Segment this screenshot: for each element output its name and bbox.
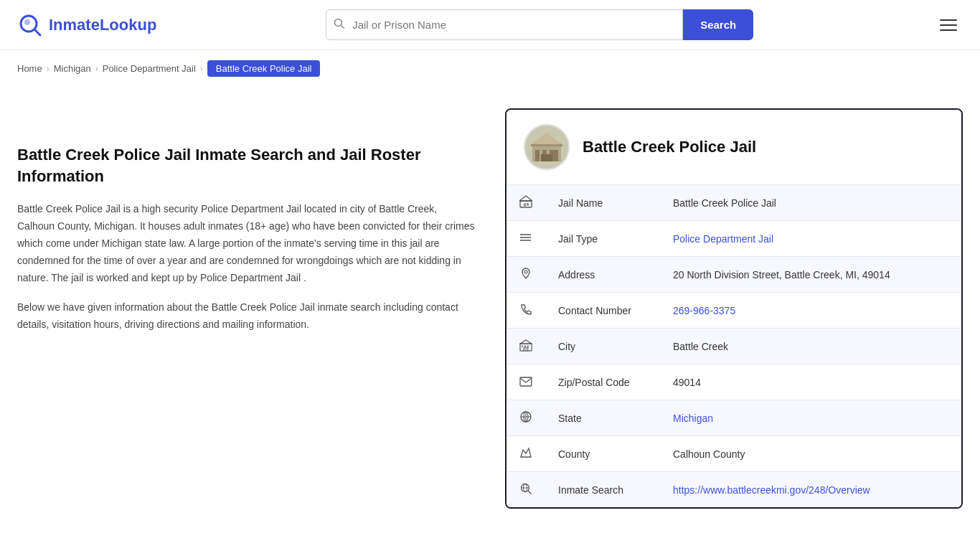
- breadcrumb-current: Battle Creek Police Jail: [207, 60, 321, 77]
- facility-icon: [529, 130, 564, 164]
- search-wrapper: [326, 9, 683, 40]
- svg-point-22: [520, 237, 522, 238]
- row-value[interactable]: 269-966-3375: [660, 293, 961, 329]
- row-icon: [507, 293, 545, 329]
- breadcrumb-police-dept[interactable]: Police Department Jail: [103, 63, 196, 74]
- svg-rect-26: [522, 345, 523, 347]
- svg-rect-17: [527, 203, 529, 206]
- avatar: [524, 124, 570, 170]
- table-cell-link[interactable]: https://www.battlecreekmi.gov/248/Overvi…: [673, 484, 870, 496]
- table-cell-link[interactable]: Michigan: [673, 413, 713, 424]
- table-row: City Battle Creek: [507, 329, 961, 364]
- hamburger-line-3: [940, 29, 957, 31]
- svg-point-2: [24, 19, 30, 25]
- row-icon: [507, 329, 545, 364]
- card-header: Battle Creek Police Jail: [507, 110, 961, 184]
- breadcrumb-home[interactable]: Home: [17, 63, 42, 74]
- svg-rect-11: [541, 154, 552, 161]
- row-value[interactable]: https://www.battlecreekmi.gov/248/Overvi…: [660, 472, 961, 508]
- main-content: Battle Creek Police Jail Inmate Search a…: [0, 87, 980, 537]
- search-icon: [326, 18, 352, 32]
- row-icon: [507, 436, 545, 472]
- row-label: County: [545, 436, 660, 472]
- svg-rect-29: [524, 347, 528, 351]
- search-input[interactable]: [352, 10, 682, 39]
- svg-rect-16: [524, 203, 526, 207]
- row-label: State: [545, 400, 660, 436]
- row-label: Contact Number: [545, 293, 660, 329]
- logo-text: InmateLookup: [49, 16, 156, 34]
- table-cell-value: Battle Creek Police Jail: [673, 197, 776, 209]
- row-icon: [507, 364, 545, 400]
- breadcrumb-michigan[interactable]: Michigan: [54, 63, 91, 74]
- row-icon: [507, 221, 545, 257]
- site-header: InmateLookup Search: [0, 0, 980, 50]
- table-row: Jail Type Police Department Jail: [507, 221, 961, 257]
- table-row: Address 20 North Division Street, Battle…: [507, 257, 961, 293]
- row-label: Zip/Postal Code: [545, 364, 660, 400]
- row-value: 20 North Division Street, Battle Creek, …: [660, 257, 961, 293]
- logo-link[interactable]: InmateLookup: [17, 12, 156, 38]
- description-2: Below we have given information about th…: [17, 299, 476, 334]
- row-label: Jail Name: [545, 185, 660, 221]
- row-value: Battle Creek: [660, 329, 961, 364]
- table-cell-link[interactable]: Police Department Jail: [673, 233, 773, 245]
- card-title: Battle Creek Police Jail: [583, 138, 756, 156]
- left-column: Battle Creek Police Jail Inmate Search a…: [17, 101, 476, 509]
- info-table: Jail Name Battle Creek Police Jail Jail …: [507, 184, 961, 507]
- info-card: Battle Creek Police Jail Jail Name Battl…: [505, 108, 963, 509]
- table-row: Zip/Postal Code 49014: [507, 364, 961, 400]
- row-label: Jail Type: [545, 221, 660, 257]
- svg-point-21: [520, 234, 522, 235]
- logo-icon: [17, 12, 43, 38]
- row-value: Calhoun County: [660, 436, 961, 472]
- row-value[interactable]: Michigan: [660, 400, 961, 436]
- description-1: Battle Creek Police Jail is a high secur…: [17, 201, 476, 286]
- breadcrumb-sep-1: ›: [47, 64, 50, 74]
- table-row: State Michigan: [507, 400, 961, 436]
- row-value: 49014: [660, 364, 961, 400]
- hamburger-line-1: [940, 19, 957, 21]
- right-column: Battle Creek Police Jail Jail Name Battl…: [505, 101, 963, 509]
- table-cell-value: Calhoun County: [673, 448, 745, 460]
- svg-rect-27: [524, 345, 526, 347]
- row-label: Address: [545, 257, 660, 293]
- table-cell-link[interactable]: 269-966-3375: [673, 305, 735, 316]
- table-row: Inmate Search https://www.battlecreekmi.…: [507, 472, 961, 508]
- table-row: Jail Name Battle Creek Police Jail: [507, 185, 961, 221]
- row-icon: [507, 472, 545, 508]
- breadcrumb-sep-2: ›: [95, 64, 98, 74]
- row-label: Inmate Search: [545, 472, 660, 508]
- svg-rect-12: [531, 144, 562, 146]
- search-button[interactable]: Search: [683, 9, 753, 40]
- page-title: Battle Creek Police Jail Inmate Search a…: [17, 144, 476, 187]
- table-cell-value: 49014: [673, 377, 701, 388]
- svg-rect-28: [527, 345, 529, 347]
- row-icon: [507, 400, 545, 436]
- svg-point-23: [520, 240, 522, 241]
- breadcrumb: Home › Michigan › Police Department Jail…: [0, 50, 980, 87]
- table-cell-value: Battle Creek: [673, 341, 728, 352]
- row-label: City: [545, 329, 660, 364]
- svg-point-24: [524, 270, 527, 273]
- svg-rect-9: [554, 150, 558, 161]
- svg-rect-31: [520, 377, 532, 386]
- table-cell-value: 20 North Division Street, Battle Creek, …: [673, 269, 890, 281]
- svg-line-1: [34, 29, 40, 35]
- svg-marker-15: [519, 196, 532, 201]
- table-row: Contact Number 269-966-3375: [507, 293, 961, 329]
- hamburger-menu[interactable]: [934, 14, 963, 37]
- svg-marker-30: [520, 340, 532, 344]
- breadcrumb-sep-3: ›: [200, 64, 203, 74]
- svg-rect-6: [535, 150, 540, 161]
- svg-line-4: [341, 25, 344, 28]
- hamburger-line-2: [940, 24, 957, 26]
- row-value: Battle Creek Police Jail: [660, 185, 961, 221]
- table-row: County Calhoun County: [507, 436, 961, 472]
- svg-line-37: [529, 491, 532, 494]
- svg-rect-13: [545, 137, 548, 140]
- search-area: Search: [326, 9, 753, 40]
- row-icon: [507, 257, 545, 293]
- row-icon: [507, 185, 545, 221]
- row-value[interactable]: Police Department Jail: [660, 221, 961, 257]
